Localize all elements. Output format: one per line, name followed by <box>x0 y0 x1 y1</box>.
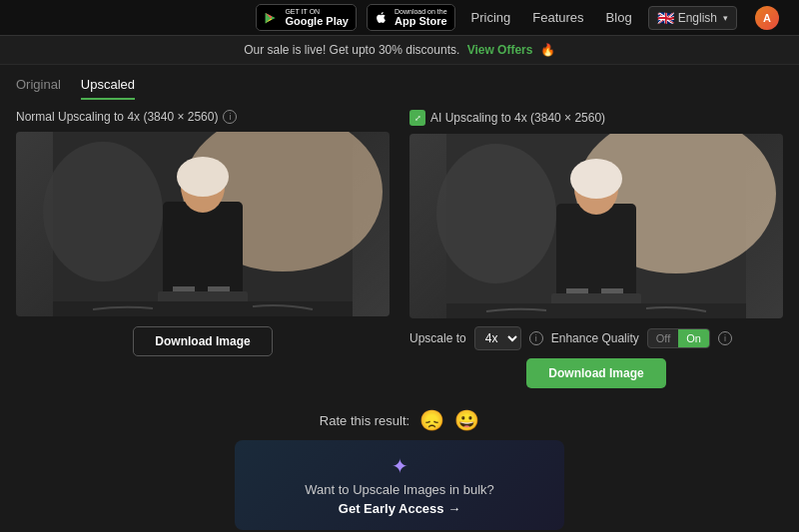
upscale-label: Upscale to <box>409 331 466 345</box>
banner-text: Our sale is live! Get upto 30% discounts… <box>244 43 459 57</box>
sad-rating-button[interactable]: 😞 <box>419 408 444 432</box>
tab-upscaled[interactable]: Upscaled <box>81 77 135 100</box>
pricing-link[interactable]: Pricing <box>465 6 517 29</box>
bulk-text: Want to Upscale Images in bulk? <box>255 482 544 497</box>
right-panel-title: ⤢ AI Upscaling to 4x (3840 × 2560) <box>409 110 783 126</box>
features-link[interactable]: Features <box>526 6 589 29</box>
rating-section: Rate this result: 😞 😀 <box>0 398 799 440</box>
toggle-off-option[interactable]: Off <box>648 329 678 347</box>
enhance-label: Enhance Quality <box>551 331 639 345</box>
user-avatar[interactable]: A <box>755 6 779 30</box>
tab-original[interactable]: Original <box>16 77 61 100</box>
bulk-section-wrapper: ✦ Want to Upscale Images in bulk? Get Ea… <box>0 440 799 530</box>
chevron-down-icon: ▾ <box>723 13 728 23</box>
left-image-box <box>16 132 390 316</box>
left-title-text: Normal Upscaling to 4x (3840 × 2560) <box>16 110 218 124</box>
rating-label: Rate this result: <box>320 413 409 428</box>
enhance-quality-toggle[interactable]: Off On <box>647 328 710 348</box>
toggle-on-option[interactable]: On <box>678 329 709 347</box>
right-title-text: AI Upscaling to 4x (3840 × 2560) <box>430 111 605 125</box>
right-panel: ⤢ AI Upscaling to 4x (3840 × 2560) <box>409 110 783 388</box>
ai-upscale-icon: ⤢ <box>409 110 425 126</box>
svg-point-5 <box>177 157 229 197</box>
left-panel: Normal Upscaling to 4x (3840 × 2560) i <box>16 110 390 388</box>
blog-link[interactable]: Blog <box>600 6 638 29</box>
info-icon-upscale[interactable]: i <box>529 331 543 345</box>
get-early-access-link[interactable]: Get Early Access → <box>255 501 544 516</box>
language-label: English <box>678 11 717 25</box>
app-store-name: App Store <box>395 15 447 27</box>
svg-point-12 <box>436 144 556 283</box>
controls-row: Upscale to 4x 2x i Enhance Quality Off O… <box>409 326 783 350</box>
flag-icon: 🇬🇧 <box>657 10 674 26</box>
upscale-select[interactable]: 4x 2x <box>474 326 521 350</box>
promo-banner: Our sale is live! Get upto 30% discounts… <box>0 36 799 65</box>
fire-icon: 🔥 <box>540 43 555 57</box>
left-panel-title: Normal Upscaling to 4x (3840 × 2560) i <box>16 110 390 124</box>
info-icon-enhance[interactable]: i <box>718 331 732 345</box>
svg-point-2 <box>43 142 163 281</box>
navigation-bar: GET IT ON Google Play Download on the Ap… <box>0 0 799 36</box>
google-play-name: Google Play <box>285 15 349 27</box>
happy-rating-button[interactable]: 😀 <box>454 408 479 432</box>
google-play-top-text: GET IT ON <box>285 8 320 15</box>
google-play-button[interactable]: GET IT ON Google Play <box>256 4 357 31</box>
app-store-button[interactable]: Download on the App Store <box>367 4 455 31</box>
info-icon-left[interactable]: i <box>223 110 237 124</box>
svg-point-15 <box>570 159 622 199</box>
bulk-banner: ✦ Want to Upscale Images in bulk? Get Ea… <box>235 440 564 530</box>
download-normal-button[interactable]: Download Image <box>133 326 273 356</box>
tab-bar: Original Upscaled <box>0 65 799 100</box>
main-content: Normal Upscaling to 4x (3840 × 2560) i <box>0 100 799 398</box>
view-offers-link[interactable]: View Offers <box>463 43 537 57</box>
download-ai-button[interactable]: Download Image <box>526 358 666 388</box>
right-image-box <box>409 134 783 318</box>
app-store-top-text: Download on the <box>395 8 447 15</box>
bulk-icon: ✦ <box>255 454 544 478</box>
language-selector[interactable]: 🇬🇧 English ▾ <box>648 6 737 30</box>
